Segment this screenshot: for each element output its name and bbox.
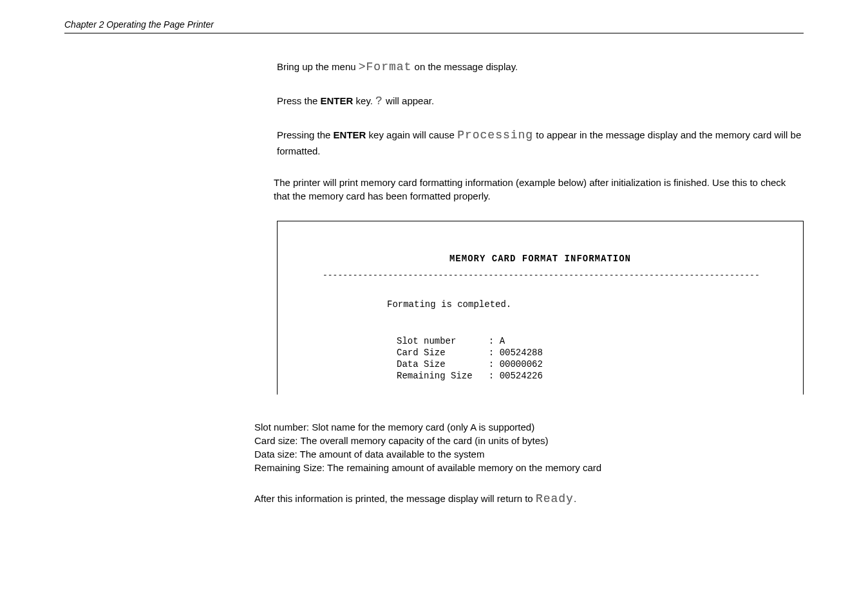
card-label: Card Size — [397, 348, 446, 358]
paragraph-1: Bring up the menu >Format on the message… — [277, 59, 804, 75]
paragraph-3: Pressing the ENTER key again will cause … — [277, 127, 804, 157]
enter-key-bold: ENTER — [334, 129, 366, 140]
content-area: Bring up the menu >Format on the message… — [277, 59, 804, 505]
text: on the message display. — [411, 61, 518, 72]
dashed-line: ----------------------------------------… — [323, 270, 777, 280]
text: Press the — [277, 95, 321, 106]
remain-value: 00524226 — [500, 371, 543, 381]
enter-key-bold: ENTER — [321, 95, 354, 106]
card-value: 00524288 — [500, 348, 543, 358]
paragraph-2: Press the ENTER key. ? will appear. — [277, 93, 804, 109]
text: key. — [353, 95, 375, 106]
text: After this information is printed, the m… — [254, 493, 536, 504]
code-ready: Ready — [536, 492, 574, 505]
code-processing: Processing — [457, 129, 533, 142]
format-info-box: MEMORY CARD FORMAT INFORMATION ---------… — [277, 221, 804, 395]
info-title: MEMORY CARD FORMAT INFORMATION — [303, 254, 777, 264]
field-descriptions: Slot number: Slot name for the memory ca… — [254, 420, 804, 474]
desc-data: Data size: The amount of data available … — [254, 447, 804, 461]
text: Pressing the — [277, 129, 334, 140]
chapter-header: Chapter 2 Operating the Page Printer — [64, 19, 804, 30]
code-format: >Format — [359, 60, 412, 73]
info-details: Slot number : A Card Size : 00524288 Dat… — [397, 335, 777, 382]
slot-label: Slot number — [397, 336, 456, 346]
info-status: Formating is completed. — [387, 299, 777, 310]
remain-label: Remaining Size — [397, 371, 473, 381]
text: . — [574, 493, 576, 504]
data-value: 00000062 — [500, 359, 543, 369]
text: key again will cause — [366, 129, 457, 140]
desc-slot: Slot number: Slot name for the memory ca… — [254, 420, 804, 434]
desc-remain: Remaining Size: The remaining amount of … — [254, 461, 804, 474]
slot-value: A — [500, 336, 505, 346]
text: Bring up the menu — [277, 61, 359, 72]
final-paragraph: After this information is printed, the m… — [254, 492, 804, 505]
desc-card: Card size: The overall memory capacity o… — [254, 434, 804, 447]
text: will appear. — [383, 95, 434, 106]
header-divider — [64, 33, 804, 33]
code-question: ? — [375, 95, 383, 107]
data-label: Data Size — [397, 359, 446, 369]
paragraph-4: The printer will print memory card forma… — [274, 176, 804, 203]
